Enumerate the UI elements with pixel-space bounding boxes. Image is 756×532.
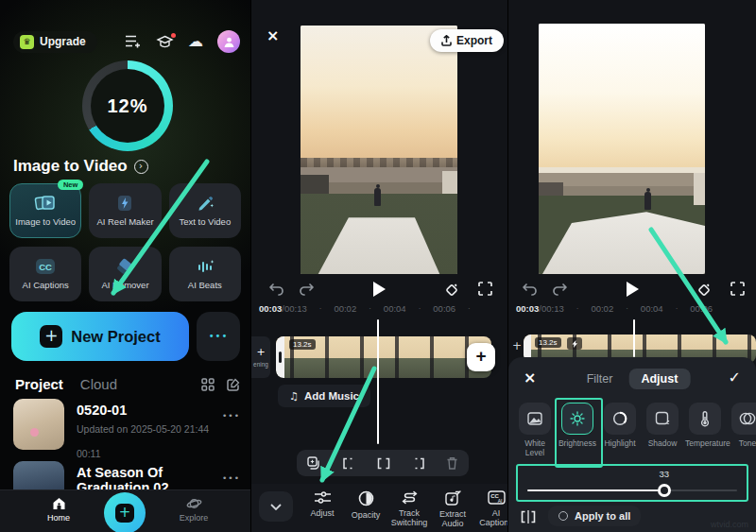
play-button[interactable] [627,282,639,297]
temperature-icon [689,403,721,435]
compose-icon[interactable] [227,378,240,391]
redo-icon[interactable] [299,283,315,296]
redo-icon[interactable] [552,283,568,296]
brightness-slider[interactable]: 33 [516,464,748,502]
project-row[interactable]: 0520-01 Updated on 2025-05-20 21:44 00:1… [13,399,240,452]
split-icon[interactable] [376,457,391,470]
top-bar: ♛ Upgrade ☁ [13,28,240,55]
opening-tile-cut[interactable]: + ening [251,336,270,378]
plus-icon: + [256,347,265,357]
delete-icon[interactable] [446,456,458,470]
collapse-toolbar-button[interactable] [259,491,293,522]
fullscreen-icon[interactable] [478,282,492,296]
radio-icon [558,511,568,521]
upgrade-button[interactable]: ♛ Upgrade [13,31,97,53]
tool-extract-audio[interactable]: Extract Audio [431,490,474,529]
plus-icon: + [40,325,62,348]
trim-right-icon[interactable] [412,457,426,470]
clip-trim-handle-left[interactable] [276,336,284,378]
plus-icon: + [115,504,134,523]
person-figure [374,188,381,206]
opening-label-cut: ening [253,361,268,368]
fullscreen-icon[interactable] [730,282,745,296]
section-header[interactable]: Image to Video › [13,157,148,176]
new-project-button[interactable]: + New Project [11,312,189,361]
tile-image-to-video[interactable]: New Image to Video [9,183,81,238]
cloud-icon[interactable]: ☁ [188,34,203,49]
undo-icon[interactable] [522,283,538,296]
section-title: Image to Video [13,157,128,176]
avatar[interactable] [217,30,240,53]
person-figure [644,192,651,210]
nav-home[interactable]: Home [30,497,87,523]
close-icon[interactable]: × [266,28,279,43]
option-temperature[interactable]: Temperature [686,403,724,457]
task-list-icon[interactable] [125,34,142,49]
tool-track-switching[interactable]: Track Switching [387,490,431,528]
text-to-video-icon [196,195,215,212]
tile-ai-beats[interactable]: AI Beats [169,247,241,301]
option-white-level[interactable]: White Level [516,403,554,457]
tool-opacity[interactable]: Opacity [344,490,387,520]
upgrade-label: Upgrade [40,35,86,48]
trim-left-icon[interactable] [341,457,355,470]
compare-icon[interactable] [520,510,537,523]
project-menu-button[interactable]: ••• [222,399,240,452]
add-music-button[interactable]: ♫ Add Music [278,385,370,407]
close-icon[interactable]: × [524,370,536,386]
time-total: /00:13 [539,303,563,314]
opacity-icon [358,490,374,506]
tile-ai-reel-maker[interactable]: AI Reel Maker [89,183,161,238]
speed-badge-icon [567,337,582,350]
option-shadow[interactable]: Shadow [644,403,681,457]
tab-cloud[interactable]: Cloud [80,376,117,392]
option-tone[interactable]: Tone [729,403,756,457]
playhead[interactable] [377,319,379,444]
tab-filter[interactable]: Filter [575,369,626,389]
tool-adjust[interactable]: Adjust [301,490,344,518]
append-clip-button[interactable]: + [467,343,495,371]
ruler-tick: 00:04 [641,303,663,314]
explore-icon [186,497,202,510]
image-to-video-icon [34,195,57,212]
check-icon[interactable]: ✓ [729,370,741,386]
extract-audio-icon [445,490,461,506]
ruler-tick: 00:06 [690,303,713,314]
grid-view-icon[interactable] [201,378,215,391]
editor-panel: × Export [251,0,507,532]
ai-beats-icon [195,258,215,275]
keyframe-icon[interactable] [696,282,713,298]
duplicate-icon[interactable] [307,456,321,470]
ruler-tick: 00:02 [591,303,613,314]
slider-handle[interactable] [658,484,671,497]
nav-create-button[interactable]: + [104,492,146,532]
slider-track-filled[interactable] [527,489,664,491]
filter-adjust-tabs: Filter Adjust [575,369,691,389]
export-button[interactable]: Export [430,29,504,52]
playhead[interactable] [633,319,635,357]
apply-to-all-button[interactable]: Apply to all [548,506,641,526]
playback-controls [508,281,756,300]
add-music-label: Add Music [304,390,359,402]
play-button[interactable] [373,282,386,297]
tile-text-to-video[interactable]: Text to Video [169,183,241,238]
chevron-down-icon [270,504,282,510]
tab-adjust[interactable]: Adjust [628,369,690,389]
learning-icon[interactable] [156,35,174,49]
chevron-right-circle-icon: › [134,160,148,174]
plus-icon[interactable]: + [512,340,522,352]
option-highlight[interactable]: Highlight [601,403,639,457]
nav-explore[interactable]: Explore [165,497,222,523]
feature-grid: New Image to Video AI Reel Maker [9,183,241,301]
tile-ai-remover[interactable]: AI Remover [89,247,161,301]
tab-project[interactable]: Project [15,376,63,392]
new-badge: New [58,180,83,190]
more-projects-button[interactable]: ••• [197,312,240,361]
tool-ai-captions[interactable]: CC AI AI Captions [474,490,507,528]
slider-track-rest[interactable] [664,489,737,491]
undo-icon[interactable] [268,283,284,296]
keyframe-icon[interactable] [443,282,460,298]
video-preview [301,26,457,274]
project-thumbnail [13,399,64,450]
tile-ai-captions[interactable]: CC AI Captions [9,247,81,301]
